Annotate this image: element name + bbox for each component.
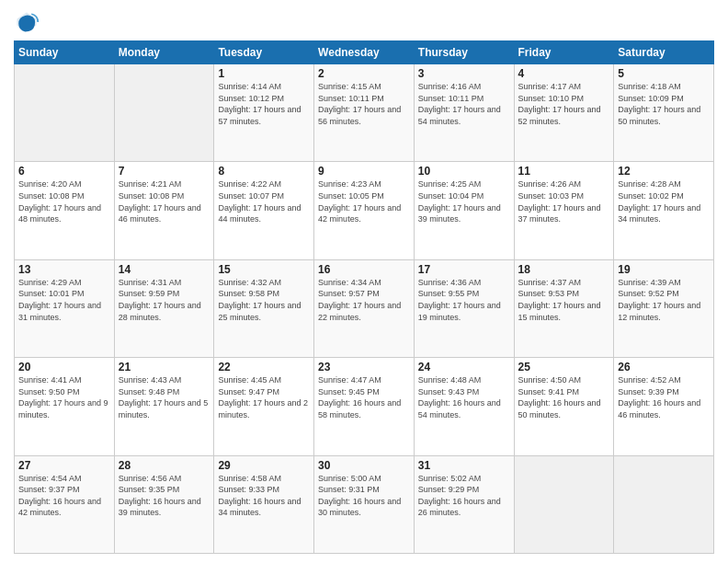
day-info: Sunrise: 4:22 AMSunset: 10:07 PMDaylight… [218, 178, 310, 224]
day-cell: 30Sunrise: 5:00 AMSunset: 9:31 PMDayligh… [314, 455, 415, 553]
day-info: Sunrise: 5:00 AMSunset: 9:31 PMDaylight:… [318, 473, 410, 519]
day-number: 22 [218, 361, 310, 373]
day-cell [614, 455, 714, 553]
day-cell: 29Sunrise: 4:58 AMSunset: 9:33 PMDayligh… [214, 455, 314, 553]
day-number: 20 [18, 361, 110, 373]
calendar-table: SundayMondayTuesdayWednesdayThursdayFrid… [14, 40, 714, 554]
day-number: 31 [418, 459, 510, 472]
day-info: Sunrise: 4:52 AMSunset: 9:39 PMDaylight:… [618, 374, 710, 420]
day-cell: 3Sunrise: 4:16 AMSunset: 10:11 PMDayligh… [414, 64, 514, 162]
day-number: 1 [218, 67, 310, 80]
week-row-4: 20Sunrise: 4:41 AMSunset: 9:50 PMDayligh… [15, 358, 714, 455]
day-cell: 31Sunrise: 5:02 AMSunset: 9:29 PMDayligh… [414, 455, 514, 553]
day-cell: 22Sunrise: 4:45 AMSunset: 9:47 PMDayligh… [214, 358, 314, 455]
day-number: 7 [119, 165, 210, 178]
day-cell [15, 64, 115, 162]
day-info: Sunrise: 4:26 AMSunset: 10:03 PMDaylight… [518, 178, 610, 224]
day-number: 2 [318, 67, 410, 80]
day-cell: 14Sunrise: 4:31 AMSunset: 9:59 PMDayligh… [114, 259, 214, 357]
day-cell: 2Sunrise: 4:15 AMSunset: 10:11 PMDayligh… [314, 64, 415, 162]
day-info: Sunrise: 4:48 AMSunset: 9:43 PMDaylight:… [418, 374, 510, 420]
logo [14, 9, 43, 35]
day-cell: 21Sunrise: 4:43 AMSunset: 9:48 PMDayligh… [114, 358, 214, 455]
day-number: 24 [418, 361, 510, 373]
day-info: Sunrise: 4:37 AMSunset: 9:53 PMDaylight:… [518, 277, 610, 323]
day-info: Sunrise: 4:23 AMSunset: 10:05 PMDaylight… [318, 178, 410, 224]
day-info: Sunrise: 4:15 AMSunset: 10:11 PMDaylight… [318, 81, 410, 127]
day-cell: 23Sunrise: 4:47 AMSunset: 9:45 PMDayligh… [314, 358, 415, 455]
day-cell: 8Sunrise: 4:22 AMSunset: 10:07 PMDayligh… [214, 162, 314, 259]
week-row-5: 27Sunrise: 4:54 AMSunset: 9:37 PMDayligh… [15, 455, 714, 553]
day-cell: 28Sunrise: 4:56 AMSunset: 9:35 PMDayligh… [114, 455, 214, 553]
day-number: 25 [518, 361, 610, 373]
day-info: Sunrise: 4:41 AMSunset: 9:50 PMDaylight:… [18, 374, 110, 420]
day-cell: 25Sunrise: 4:50 AMSunset: 9:41 PMDayligh… [514, 358, 614, 455]
col-header-tuesday: Tuesday [214, 41, 314, 64]
day-number: 29 [218, 459, 310, 472]
day-info: Sunrise: 4:50 AMSunset: 9:41 PMDaylight:… [518, 374, 610, 420]
col-header-sunday: Sunday [15, 41, 115, 64]
calendar-header-row: SundayMondayTuesdayWednesdayThursdayFrid… [15, 41, 714, 64]
day-number: 13 [18, 263, 110, 276]
day-info: Sunrise: 4:28 AMSunset: 10:02 PMDaylight… [618, 178, 710, 224]
day-number: 27 [18, 459, 110, 472]
day-info: Sunrise: 4:20 AMSunset: 10:08 PMDaylight… [18, 178, 110, 224]
day-cell: 27Sunrise: 4:54 AMSunset: 9:37 PMDayligh… [15, 455, 115, 553]
day-cell: 1Sunrise: 4:14 AMSunset: 10:12 PMDayligh… [214, 64, 314, 162]
day-cell: 9Sunrise: 4:23 AMSunset: 10:05 PMDayligh… [314, 162, 415, 259]
day-number: 26 [618, 361, 710, 373]
day-cell [514, 455, 614, 553]
day-info: Sunrise: 4:21 AMSunset: 10:08 PMDaylight… [119, 178, 210, 224]
day-info: Sunrise: 4:58 AMSunset: 9:33 PMDaylight:… [218, 473, 310, 519]
day-cell: 19Sunrise: 4:39 AMSunset: 9:52 PMDayligh… [614, 259, 714, 357]
day-number: 8 [218, 165, 310, 178]
day-info: Sunrise: 4:45 AMSunset: 9:47 PMDaylight:… [218, 374, 310, 420]
day-info: Sunrise: 5:02 AMSunset: 9:29 PMDaylight:… [418, 473, 510, 519]
day-number: 10 [418, 165, 510, 178]
day-cell: 12Sunrise: 4:28 AMSunset: 10:02 PMDaylig… [614, 162, 714, 259]
day-info: Sunrise: 4:18 AMSunset: 10:09 PMDaylight… [618, 81, 710, 127]
day-number: 28 [119, 459, 210, 472]
day-number: 16 [318, 263, 410, 276]
day-number: 30 [318, 459, 410, 472]
day-cell: 10Sunrise: 4:25 AMSunset: 10:04 PMDaylig… [414, 162, 514, 259]
col-header-saturday: Saturday [614, 41, 714, 64]
day-number: 21 [119, 361, 210, 373]
day-number: 3 [418, 67, 510, 80]
week-row-1: 1Sunrise: 4:14 AMSunset: 10:12 PMDayligh… [15, 64, 714, 162]
day-number: 14 [119, 263, 210, 276]
day-number: 4 [518, 67, 610, 80]
day-cell: 5Sunrise: 4:18 AMSunset: 10:09 PMDayligh… [614, 64, 714, 162]
day-number: 15 [218, 263, 310, 276]
day-info: Sunrise: 4:54 AMSunset: 9:37 PMDaylight:… [18, 473, 110, 519]
col-header-friday: Friday [514, 41, 614, 64]
day-cell [114, 64, 214, 162]
day-number: 18 [518, 263, 610, 276]
logo-icon [14, 9, 40, 35]
day-cell: 4Sunrise: 4:17 AMSunset: 10:10 PMDayligh… [514, 64, 614, 162]
day-info: Sunrise: 4:39 AMSunset: 9:52 PMDaylight:… [618, 277, 710, 323]
day-number: 11 [518, 165, 610, 178]
day-info: Sunrise: 4:14 AMSunset: 10:12 PMDaylight… [218, 81, 310, 127]
day-cell: 16Sunrise: 4:34 AMSunset: 9:57 PMDayligh… [314, 259, 415, 357]
day-cell: 7Sunrise: 4:21 AMSunset: 10:08 PMDayligh… [114, 162, 214, 259]
col-header-monday: Monday [114, 41, 214, 64]
day-info: Sunrise: 4:36 AMSunset: 9:55 PMDaylight:… [418, 277, 510, 323]
day-info: Sunrise: 4:32 AMSunset: 9:58 PMDaylight:… [218, 277, 310, 323]
day-info: Sunrise: 4:29 AMSunset: 10:01 PMDaylight… [18, 277, 110, 323]
day-cell: 13Sunrise: 4:29 AMSunset: 10:01 PMDaylig… [15, 259, 115, 357]
day-info: Sunrise: 4:47 AMSunset: 9:45 PMDaylight:… [318, 374, 410, 420]
day-number: 5 [618, 67, 710, 80]
day-info: Sunrise: 4:25 AMSunset: 10:04 PMDaylight… [418, 178, 510, 224]
day-info: Sunrise: 4:31 AMSunset: 9:59 PMDaylight:… [119, 277, 210, 323]
day-info: Sunrise: 4:43 AMSunset: 9:48 PMDaylight:… [119, 374, 210, 420]
day-number: 6 [18, 165, 110, 178]
day-info: Sunrise: 4:34 AMSunset: 9:57 PMDaylight:… [318, 277, 410, 323]
day-info: Sunrise: 4:17 AMSunset: 10:10 PMDaylight… [518, 81, 610, 127]
day-cell: 26Sunrise: 4:52 AMSunset: 9:39 PMDayligh… [614, 358, 714, 455]
day-info: Sunrise: 4:16 AMSunset: 10:11 PMDaylight… [418, 81, 510, 127]
day-number: 19 [618, 263, 710, 276]
col-header-wednesday: Wednesday [314, 41, 415, 64]
day-cell: 24Sunrise: 4:48 AMSunset: 9:43 PMDayligh… [414, 358, 514, 455]
week-row-3: 13Sunrise: 4:29 AMSunset: 10:01 PMDaylig… [15, 259, 714, 357]
